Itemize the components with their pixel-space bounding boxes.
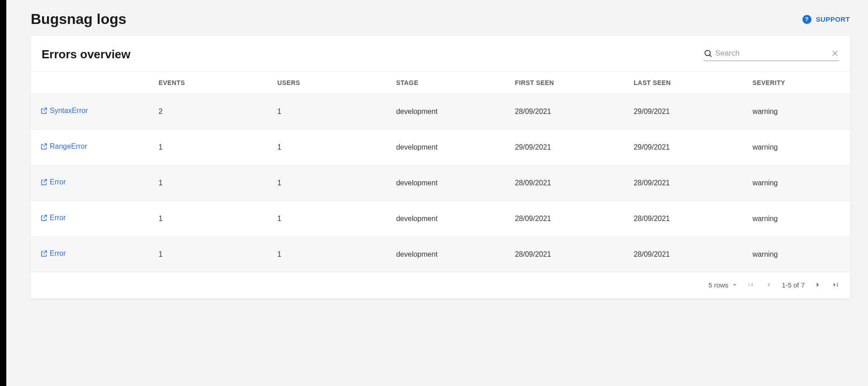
cell-events: 1 [150, 201, 269, 237]
cell-users: 1 [268, 94, 387, 130]
table-footer: 5 rows 1-5 of 7 [31, 273, 850, 299]
cell-events: 2 [150, 94, 269, 130]
cell-last-seen: 28/09/2021 [625, 237, 744, 273]
open-in-new-icon [40, 214, 48, 222]
cell-stage: development [387, 201, 506, 237]
clear-search-icon[interactable] [831, 49, 839, 57]
table-row: RangeError11development29/09/202129/09/2… [31, 130, 850, 165]
cell-first-seen: 28/09/2021 [506, 165, 625, 201]
col-users[interactable]: USERS [268, 72, 387, 94]
table-row: Error11development28/09/202128/09/2021wa… [31, 237, 850, 273]
error-link[interactable]: Error [40, 214, 66, 222]
open-in-new-icon [40, 142, 48, 151]
prev-page-button[interactable] [764, 280, 774, 290]
cell-users: 1 [268, 130, 387, 165]
card-header: Errors overview [31, 36, 850, 71]
cell-severity: warning [743, 201, 850, 237]
col-stage[interactable]: STAGE [387, 72, 506, 94]
cell-stage: development [387, 94, 506, 130]
cell-events: 1 [150, 237, 269, 273]
col-name[interactable] [31, 72, 150, 94]
svg-line-1 [710, 55, 712, 57]
open-in-new-icon [40, 107, 48, 115]
table-header-row: EVENTS USERS STAGE FIRST SEEN LAST SEEN … [31, 72, 850, 94]
cell-users: 1 [268, 165, 387, 201]
col-events[interactable]: EVENTS [150, 72, 269, 94]
page-header: Bugsnag logs ? SUPPORT [31, 11, 850, 28]
error-name: Error [50, 214, 66, 222]
error-name: SyntaxError [50, 107, 88, 115]
support-label: SUPPORT [816, 15, 850, 23]
cell-severity: warning [743, 165, 850, 201]
errors-table: EVENTS USERS STAGE FIRST SEEN LAST SEEN … [31, 71, 850, 273]
col-last-seen[interactable]: LAST SEEN [625, 72, 744, 94]
cell-first-seen: 28/09/2021 [506, 237, 625, 273]
search-input[interactable] [712, 48, 831, 59]
cell-first-seen: 29/09/2021 [506, 130, 625, 165]
col-first-seen[interactable]: FIRST SEEN [506, 72, 625, 94]
svg-point-0 [705, 50, 710, 56]
pager: 1-5 of 7 [745, 280, 841, 290]
open-in-new-icon [40, 178, 48, 186]
next-page-button[interactable] [813, 280, 823, 290]
error-link[interactable]: RangeError [40, 142, 87, 151]
cell-severity: warning [743, 94, 850, 130]
cell-users: 1 [268, 201, 387, 237]
first-page-button[interactable] [745, 280, 755, 290]
page-content: Bugsnag logs ? SUPPORT Errors overview [6, 0, 868, 386]
cell-stage: development [387, 237, 506, 273]
table-row: Error11development28/09/202128/09/2021wa… [31, 165, 850, 201]
error-name: Error [50, 178, 66, 186]
chevron-down-icon [731, 281, 738, 288]
table-row: SyntaxError21development28/09/202129/09/… [31, 94, 850, 130]
cell-users: 1 [268, 237, 387, 273]
cell-last-seen: 29/09/2021 [625, 130, 744, 165]
cell-last-seen: 29/09/2021 [625, 94, 744, 130]
cell-severity: warning [743, 237, 850, 273]
help-circle-icon: ? [802, 15, 811, 24]
cell-stage: development [387, 165, 506, 201]
error-link[interactable]: SyntaxError [40, 107, 88, 115]
cell-events: 1 [150, 130, 269, 165]
search-icon [703, 49, 712, 58]
cell-severity: warning [743, 130, 850, 165]
rows-per-page-select[interactable]: 5 rows [708, 281, 738, 289]
last-page-button[interactable] [831, 280, 841, 290]
cell-last-seen: 28/09/2021 [625, 201, 744, 237]
col-severity[interactable]: SEVERITY [743, 72, 850, 94]
error-link[interactable]: Error [40, 178, 66, 186]
error-name: RangeError [50, 142, 87, 151]
open-in-new-icon [40, 249, 48, 258]
errors-card: Errors overview [31, 36, 850, 299]
search-field[interactable] [703, 48, 839, 61]
support-link[interactable]: ? SUPPORT [802, 15, 850, 24]
cell-stage: development [387, 130, 506, 165]
rows-per-page-label: 5 rows [708, 281, 728, 289]
card-title: Errors overview [42, 47, 131, 61]
left-rail-sliver [0, 0, 6, 386]
page-range: 1-5 of 7 [782, 281, 805, 289]
error-link[interactable]: Error [40, 249, 66, 258]
page-title: Bugsnag logs [31, 11, 127, 28]
table-row: Error11development28/09/202128/09/2021wa… [31, 201, 850, 237]
cell-first-seen: 28/09/2021 [506, 201, 625, 237]
error-name: Error [50, 249, 66, 258]
cell-events: 1 [150, 165, 269, 201]
cell-first-seen: 28/09/2021 [506, 94, 625, 130]
cell-last-seen: 28/09/2021 [625, 165, 744, 201]
